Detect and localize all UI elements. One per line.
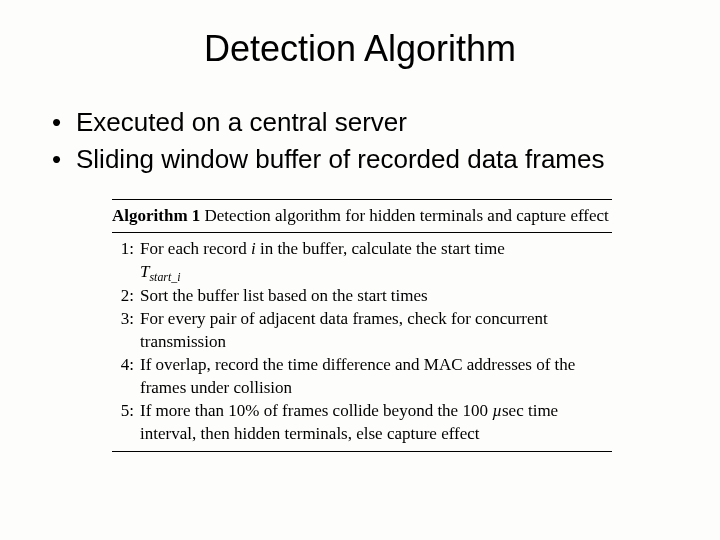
algorithm-step: 1: For each record i in the buffer, calc… — [112, 238, 612, 285]
bullet-item: Sliding window buffer of recorded data f… — [48, 143, 672, 176]
step-number: 4: — [112, 354, 134, 400]
bullet-item: Executed on a central server — [48, 106, 672, 139]
step-text: Sort the buffer list based on the start … — [140, 285, 612, 308]
algorithm-caption: Algorithm 1 Detection algorithm for hidd… — [112, 203, 612, 229]
step-number: 5: — [112, 400, 134, 446]
algorithm-step: 2: Sort the buffer list based on the sta… — [112, 285, 612, 308]
bullet-list: Executed on a central server Sliding win… — [48, 106, 672, 175]
algorithm-steps: 1: For each record i in the buffer, calc… — [112, 236, 612, 448]
step-text: For every pair of adjacent data frames, … — [140, 308, 612, 354]
step-number: 1: — [112, 238, 134, 285]
slide: Detection Algorithm Executed on a centra… — [0, 0, 720, 540]
algorithm-step: 3: For every pair of adjacent data frame… — [112, 308, 612, 354]
algorithm-step: 4: If overlap, record the time differenc… — [112, 354, 612, 400]
slide-title: Detection Algorithm — [48, 28, 672, 70]
step-number: 3: — [112, 308, 134, 354]
step-text: For each record i in the buffer, calcula… — [140, 238, 612, 285]
algorithm-label: Algorithm 1 — [112, 206, 200, 225]
step-text: If overlap, record the time difference a… — [140, 354, 612, 400]
step-text: If more than 10% of frames collide beyon… — [140, 400, 612, 446]
algorithm-caption-text: Detection algorithm for hidden terminals… — [205, 206, 609, 225]
step-number: 2: — [112, 285, 134, 308]
algorithm-step: 5: If more than 10% of frames collide be… — [112, 400, 612, 446]
algorithm-block: Algorithm 1 Detection algorithm for hidd… — [112, 199, 612, 452]
